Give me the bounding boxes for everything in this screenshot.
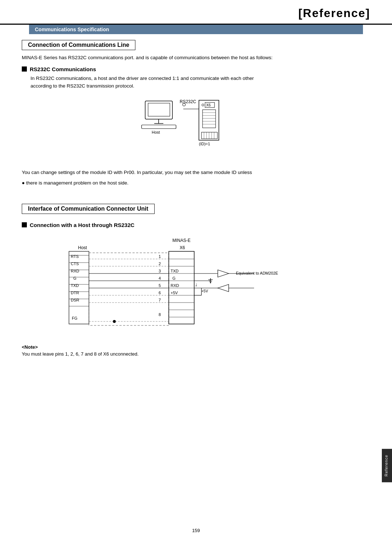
- svg-text:RTS: RTS: [71, 254, 79, 259]
- svg-text:RS232C: RS232C: [180, 99, 196, 104]
- svg-rect-12: [203, 110, 216, 128]
- page-number: 159: [0, 520, 392, 540]
- svg-text:X6: X6: [180, 245, 185, 250]
- svg-text:Equivalent to ADM202E: Equivalent to ADM202E: [236, 271, 278, 275]
- svg-text:Host: Host: [152, 130, 160, 134]
- page-title: [Reference]: [22, 7, 370, 20]
- connection-heading: Connection of Communications Line: [22, 40, 135, 50]
- note-text: You must leave pins 1, 2, 6, 7 and 8 of …: [22, 351, 370, 357]
- intro-text: MINAS-E Series has RS232C communications…: [22, 54, 370, 62]
- note-section: <Note> You must leave pins 1, 2, 6, 7 an…: [22, 344, 370, 357]
- svg-rect-57: [169, 251, 194, 324]
- rs232c-diagram: RS232C X6: [22, 97, 370, 163]
- svg-text:3: 3: [159, 269, 161, 273]
- svg-text:♩: ♩: [195, 283, 197, 287]
- rs232c-note1: You can change settings of the module ID…: [22, 169, 370, 177]
- connection-diagram: MINAS-E Host X6 Equivalent to ADM202E RT…: [22, 235, 370, 337]
- connection-host-heading: Connection with a Host through RS232C: [22, 222, 370, 228]
- section-bar: Communications Specification: [15, 25, 377, 34]
- svg-text:CTS: CTS: [71, 262, 79, 266]
- svg-text:4: 4: [159, 276, 161, 280]
- svg-text:2: 2: [159, 262, 161, 266]
- rs232c-heading: RS232C Communications: [22, 66, 370, 72]
- svg-text:7: 7: [159, 298, 161, 302]
- svg-text:Host: Host: [78, 245, 87, 250]
- rs232c-description: In RS232C communications, a host and the…: [22, 74, 370, 90]
- svg-text:X6: X6: [206, 103, 211, 107]
- svg-text:G: G: [73, 276, 77, 280]
- svg-text:TXD: TXD: [71, 283, 79, 288]
- svg-text:6: 6: [159, 291, 161, 295]
- svg-rect-4: [142, 125, 176, 129]
- svg-text:(ID)=1: (ID)=1: [199, 142, 210, 146]
- svg-text:RXD: RXD: [171, 283, 179, 288]
- svg-text:DTR: DTR: [71, 291, 79, 295]
- svg-text:FG: FG: [72, 316, 77, 320]
- note-label: <Note>: [22, 344, 370, 350]
- svg-point-11: [202, 104, 204, 106]
- svg-rect-18: [201, 132, 217, 139]
- svg-text:MINAS-E: MINAS-E: [172, 238, 191, 243]
- svg-marker-80: [218, 270, 229, 277]
- svg-text:+5V: +5V: [201, 289, 208, 293]
- svg-text:G: G: [172, 276, 176, 280]
- svg-text:5: 5: [159, 283, 161, 288]
- interface-section: Interface of Communication Connector Uni…: [22, 198, 370, 357]
- black-square-icon-2: [22, 222, 27, 227]
- black-square-icon: [22, 66, 27, 72]
- rs232c-note2: ● there is management problem on the hos…: [22, 179, 370, 187]
- svg-text:+5V: +5V: [171, 291, 178, 295]
- rs232c-svg: RS232C X6: [134, 97, 258, 163]
- interface-heading: Interface of Communication Connector Uni…: [22, 204, 155, 214]
- main-content: Connection of Communications Line MINAS-…: [0, 34, 392, 357]
- page-header: [Reference]: [0, 0, 392, 25]
- svg-text:RXD: RXD: [71, 269, 79, 273]
- svg-text:8: 8: [159, 312, 161, 317]
- svg-rect-47: [89, 253, 169, 325]
- svg-marker-90: [218, 284, 229, 292]
- svg-rect-1: [148, 103, 170, 116]
- svg-text:TXD: TXD: [171, 269, 179, 273]
- side-tab: Reference: [382, 449, 392, 482]
- svg-text:1: 1: [159, 254, 161, 259]
- svg-text:DSR: DSR: [71, 298, 79, 302]
- connection-svg: MINAS-E Host X6 Equivalent to ADM202E RT…: [51, 235, 341, 337]
